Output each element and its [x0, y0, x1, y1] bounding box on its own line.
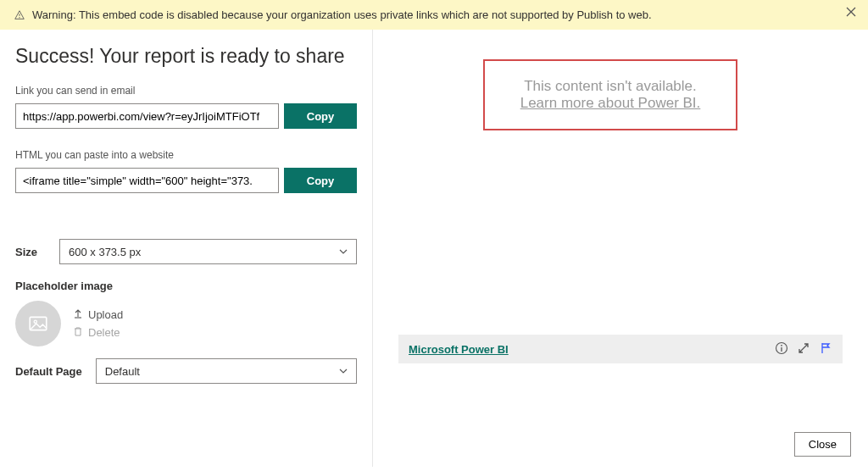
svg-point-9 — [781, 344, 782, 346]
default-page-row: Default Page Default — [15, 358, 357, 384]
svg-point-1 — [19, 17, 19, 18]
info-icon[interactable] — [775, 341, 788, 357]
close-icon[interactable] — [844, 5, 860, 20]
placeholder-avatar — [15, 301, 61, 346]
upload-button[interactable]: Upload — [73, 308, 123, 321]
delete-button[interactable]: Delete — [73, 326, 123, 339]
html-label: HTML you can paste into a website — [15, 149, 357, 161]
close-button[interactable]: Close — [794, 432, 851, 457]
html-input[interactable] — [15, 168, 279, 193]
placeholder-label: Placeholder image — [15, 280, 357, 292]
upload-icon — [73, 308, 83, 321]
dialog-footer: Close — [794, 432, 851, 457]
brand-link[interactable]: Microsoft Power BI — [409, 343, 766, 356]
dialog-content: Success! Your report is ready to share L… — [0, 30, 868, 467]
preview-line1: This content isn't available. — [524, 78, 697, 95]
warning-banner: Warning: This embed code is disabled bec… — [0, 0, 868, 30]
default-page-value: Default — [105, 365, 140, 378]
flag-icon[interactable] — [819, 341, 832, 357]
html-row: Copy — [15, 168, 357, 193]
upload-label: Upload — [88, 308, 123, 321]
svg-point-5 — [34, 320, 36, 323]
left-panel: Success! Your report is ready to share L… — [0, 30, 373, 467]
size-label: Size — [15, 246, 44, 258]
copy-html-button[interactable]: Copy — [284, 168, 357, 193]
size-value: 600 x 373.5 px — [69, 246, 141, 258]
preview-footer: Microsoft Power BI — [398, 335, 843, 363]
delete-label: Delete — [88, 326, 120, 339]
default-page-label: Default Page — [15, 365, 82, 378]
placeholder-row: Upload Delete — [15, 301, 357, 346]
chevron-down-icon — [339, 365, 348, 378]
preview-unavailable: This content isn't available. Learn more… — [483, 59, 737, 130]
trash-icon — [73, 326, 83, 339]
chevron-down-icon — [339, 246, 348, 258]
size-row: Size 600 x 373.5 px — [15, 239, 357, 264]
page-title: Success! Your report is ready to share — [15, 45, 357, 68]
default-page-select[interactable]: Default — [96, 358, 357, 384]
size-select[interactable]: 600 x 373.5 px — [59, 239, 357, 264]
link-input[interactable] — [15, 103, 279, 129]
link-label: Link you can send in email — [15, 85, 357, 97]
warning-text: Warning: This embed code is disabled bec… — [32, 8, 652, 21]
right-panel: This content isn't available. Learn more… — [373, 30, 868, 467]
expand-icon[interactable] — [797, 341, 810, 357]
copy-link-button[interactable]: Copy — [284, 103, 357, 129]
warning-icon — [14, 9, 25, 21]
preview-learn-more-link[interactable]: Learn more about Power BI. — [520, 95, 701, 112]
link-row: Copy — [15, 103, 357, 129]
